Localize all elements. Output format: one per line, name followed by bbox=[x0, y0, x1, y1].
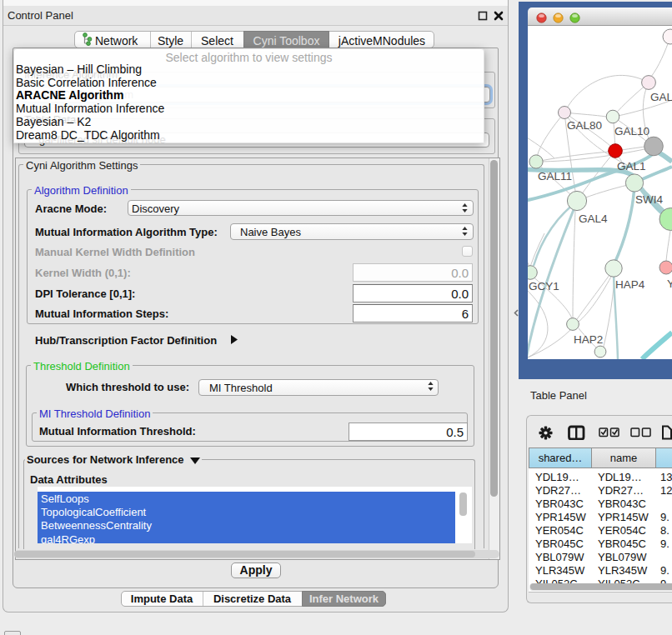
svg-text:SWI4: SWI4 bbox=[635, 193, 663, 206]
svg-text:GCY1: GCY1 bbox=[529, 280, 559, 292]
svg-text:Y: Y bbox=[667, 278, 672, 290]
svg-text:GAL: GAL bbox=[650, 91, 672, 103]
svg-text:GAL1: GAL1 bbox=[617, 160, 646, 172]
svg-text:GAL80: GAL80 bbox=[567, 119, 602, 132]
svg-text:HAP4: HAP4 bbox=[615, 278, 645, 291]
svg-text:GAL11: GAL11 bbox=[538, 170, 572, 182]
svg-text:GAL4: GAL4 bbox=[579, 212, 608, 225]
svg-text:GAL10: GAL10 bbox=[614, 125, 649, 138]
svg-text:HAP2: HAP2 bbox=[574, 333, 603, 346]
